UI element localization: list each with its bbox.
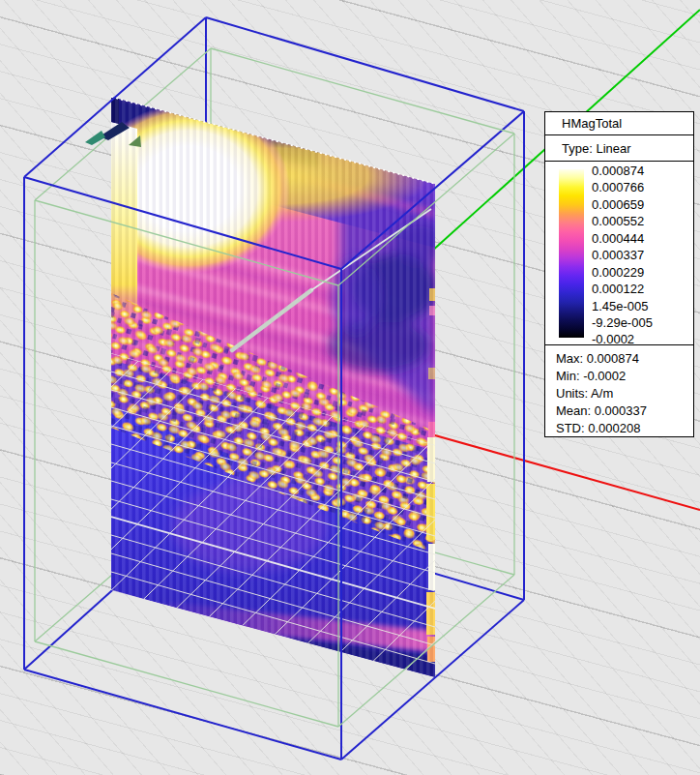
stat-units: Units: A/m <box>556 385 693 402</box>
stat-mean: Mean: 0.000337 <box>556 402 693 420</box>
colorbar-tick: 0.000552 <box>592 213 653 229</box>
colorbar-tick-labels: 0.000874 0.000766 0.000659 0.000552 0.00… <box>592 162 653 348</box>
colorbar-tick: 0.000337 <box>592 247 653 263</box>
colorbar-tick: 0.000229 <box>592 264 653 281</box>
legend-scale-type: Type: Linear <box>545 135 693 162</box>
stat-min: Min: -0.0002 <box>556 368 693 385</box>
colorbar-tick: -9.29e-005 <box>592 314 653 331</box>
colorbar <box>559 169 584 338</box>
modeler-viewport[interactable]: HMagTotal Type: Linear 0.000874 0.000766… <box>0 0 700 775</box>
stat-std: STD: 0.000208 <box>556 420 693 437</box>
colorbar-tick: 0.000444 <box>592 230 653 247</box>
legend-statistics: Max: 0.000874 Min: -0.0002 Units: A/m Me… <box>545 345 693 437</box>
legend-color-scale: 0.000874 0.000766 0.000659 0.000552 0.00… <box>545 162 693 345</box>
stat-max: Max: 0.000874 <box>556 350 693 368</box>
legend-title: HMagTotal <box>545 112 693 135</box>
field-legend[interactable]: HMagTotal Type: Linear 0.000874 0.000766… <box>544 111 694 437</box>
colorbar-tick: 0.000874 <box>592 163 653 179</box>
colorbar-tick: 0.000122 <box>592 281 653 297</box>
colorbar-tick: 1.45e-005 <box>592 298 653 314</box>
colorbar-tick: 0.000659 <box>592 196 653 213</box>
field-plot-plane[interactable] <box>87 95 447 678</box>
colorbar-tick: 0.000766 <box>592 179 653 195</box>
colorbar-tick: -0.0002 <box>592 331 653 347</box>
